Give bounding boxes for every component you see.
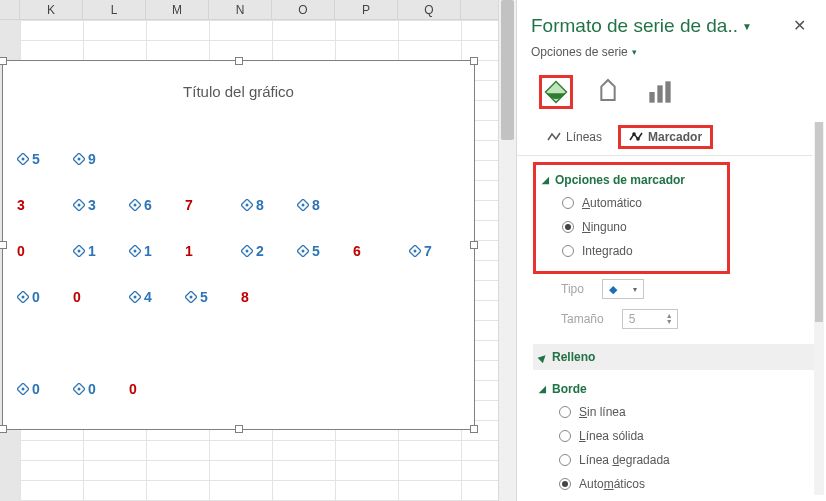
tab-marker[interactable]: Marcador [618, 125, 713, 149]
data-point[interactable]: 0 [129, 381, 137, 397]
data-point[interactable]: 4 [129, 289, 152, 305]
column-headers: K L M N O P Q [0, 0, 516, 20]
data-point[interactable]: 2 [241, 243, 264, 259]
svg-point-5 [302, 204, 305, 207]
svg-point-3 [134, 204, 137, 207]
svg-point-7 [134, 250, 137, 253]
svg-point-2 [78, 204, 81, 207]
chart-plot-area[interactable]: 593688112570450037016080 [13, 121, 464, 419]
svg-point-19 [632, 132, 636, 136]
col-header[interactable]: N [209, 0, 272, 19]
marker-none-radio[interactable]: Ninguno [542, 215, 721, 239]
data-point[interactable]: 1 [73, 243, 96, 259]
svg-point-1 [78, 158, 81, 161]
svg-point-12 [134, 296, 137, 299]
fill-line-icon[interactable] [539, 75, 573, 109]
data-point[interactable]: 8 [297, 197, 320, 213]
pane-title: Formato de serie de da..▼ [531, 15, 752, 37]
format-series-pane: Formato de serie de da..▼ ✕ Opciones de … [516, 0, 826, 501]
border-auto-radio[interactable]: Automáticos [539, 472, 814, 496]
data-point[interactable]: 5 [17, 151, 40, 167]
data-point[interactable]: 3 [73, 197, 96, 213]
border-solid-radio[interactable]: Línea sólida [539, 424, 814, 448]
marker-options-group: ◢Opciones de marcador Automático Ninguno… [533, 162, 730, 274]
effects-icon[interactable] [591, 75, 625, 109]
marker-auto-radio[interactable]: Automático [542, 191, 721, 215]
series-options-icon[interactable] [643, 75, 677, 109]
svg-point-20 [636, 137, 640, 141]
sheet-scrollbar-thumb[interactable] [501, 0, 514, 140]
pane-scrollbar[interactable] [814, 122, 824, 495]
svg-point-10 [414, 250, 417, 253]
border-section-header[interactable]: ◢Borde [539, 378, 814, 400]
svg-point-6 [78, 250, 81, 253]
data-point[interactable]: 7 [185, 197, 193, 213]
svg-point-15 [78, 388, 81, 391]
data-point[interactable]: 8 [241, 289, 249, 305]
data-point[interactable]: 1 [129, 243, 152, 259]
col-header[interactable]: K [20, 0, 83, 19]
data-point[interactable]: 0 [17, 381, 40, 397]
border-none-radio[interactable]: Sin línea [539, 400, 814, 424]
data-point[interactable]: 6 [129, 197, 152, 213]
marker-size-label: Tamaño [561, 312, 604, 326]
col-header[interactable]: M [146, 0, 209, 19]
col-header[interactable]: O [272, 0, 335, 19]
svg-point-8 [246, 250, 249, 253]
col-header[interactable]: P [335, 0, 398, 19]
data-point[interactable]: 0 [73, 289, 81, 305]
svg-point-0 [22, 158, 25, 161]
series-options-dropdown[interactable]: Opciones de serie▾ [517, 45, 826, 69]
col-header[interactable]: Q [398, 0, 461, 19]
svg-point-13 [190, 296, 193, 299]
chart-title[interactable]: Título del gráfico [3, 83, 474, 100]
svg-rect-16 [649, 92, 654, 103]
col-header[interactable]: L [83, 0, 146, 19]
sheet-scrollbar[interactable] [498, 0, 516, 501]
data-point[interactable]: 5 [297, 243, 320, 259]
marker-options-header[interactable]: ◢Opciones de marcador [542, 169, 721, 191]
svg-point-14 [22, 388, 25, 391]
data-point[interactable]: 6 [353, 243, 361, 259]
svg-point-11 [22, 296, 25, 299]
spreadsheet-area: K L M N O P Q Título del gráfico 5936881… [0, 0, 516, 501]
marker-type-select[interactable]: ◆▾ [602, 279, 644, 299]
data-point[interactable]: 9 [73, 151, 96, 167]
close-pane-button[interactable]: ✕ [785, 12, 814, 39]
data-point[interactable]: 5 [185, 289, 208, 305]
data-point[interactable]: 7 [409, 243, 432, 259]
data-point[interactable]: 8 [241, 197, 264, 213]
data-point[interactable]: 0 [17, 243, 25, 259]
marker-builtin-radio[interactable]: Integrado [542, 239, 721, 263]
chart-object[interactable]: Título del gráfico 593688112570450037016… [2, 60, 475, 430]
data-point[interactable]: 0 [73, 381, 96, 397]
fill-section-header[interactable]: ▶ Relleno [533, 344, 820, 370]
tab-lines[interactable]: Líneas [539, 126, 610, 148]
marker-size-spinner[interactable]: 5 ▲▼ [622, 309, 678, 329]
svg-rect-18 [665, 81, 670, 102]
svg-rect-17 [657, 85, 662, 102]
svg-point-4 [246, 204, 249, 207]
border-gradient-radio[interactable]: Línea degradada [539, 448, 814, 472]
data-point[interactable]: 0 [17, 289, 40, 305]
data-point[interactable]: 3 [17, 197, 25, 213]
svg-point-9 [302, 250, 305, 253]
marker-type-label: Tipo [561, 282, 584, 296]
data-point[interactable]: 1 [185, 243, 193, 259]
